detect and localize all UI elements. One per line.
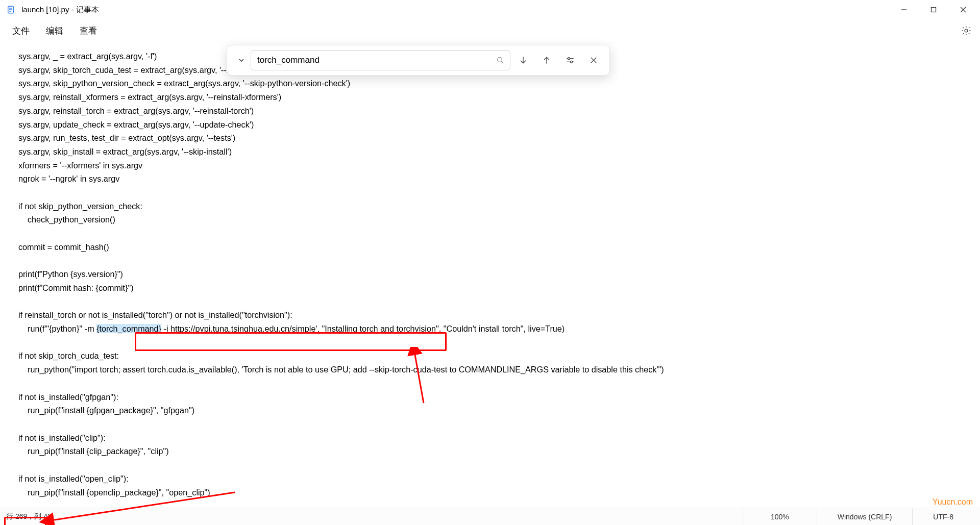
find-input-wrapper [251,50,510,70]
close-button[interactable] [948,0,978,19]
editor-area[interactable]: sys.argv, _ = extract_arg(sys.argv, '-f'… [0,42,980,508]
svg-point-16 [571,61,573,63]
code-line: check_python_version() [18,215,115,224]
code-line: run_pip(f"install {gfpgan_package}", "gf… [18,406,194,415]
status-bar: 行 269，列 43 100% Windows (CRLF) UTF-8 [0,508,980,525]
find-expand-button[interactable] [234,53,249,67]
title-bar: launch [10].py - 记事本 [0,0,980,19]
window-controls [889,0,978,19]
code-line: print(f"Python {sys.version}") [18,269,123,279]
code-line: if not is_installed("clip"): [18,433,106,442]
watermark: Yuucn.com [933,497,973,507]
menu-bar: 文件 编辑 查看 [0,19,980,42]
code-line: sys.argv, run_tests, test_dir = extract_… [18,133,235,142]
code-line: run(f'"{python}" -m [18,324,96,333]
encoding[interactable]: UTF-8 [912,508,974,525]
minimize-button[interactable] [889,0,919,19]
line-ending[interactable]: Windows (CRLF) [817,508,913,525]
code-line: if not skip_torch_cuda_test: [18,351,119,360]
code-line: if not is_installed("gfpgan"): [18,392,118,402]
cursor-position: 行 269，列 43 [6,512,52,521]
find-close-button[interactable] [583,49,604,71]
code-line: sys.argv, skip_python_version_check = ex… [18,79,350,88]
code-line: sys.argv, reinstall_torch = extract_arg(… [18,106,254,115]
code-line: if not is_installed("open_clip"): [18,474,129,483]
code-line: run_pip(f"install {openclip_package}", "… [18,488,210,497]
code-line: if reinstall_torch or not is_installed("… [18,310,292,319]
code-line: commit = commit_hash() [18,242,109,252]
search-icon [495,55,506,66]
find-bar [227,45,610,76]
code-line: xformers = '--xformers' in sys.argv [18,161,142,170]
window-title: launch [10].py - 记事本 [21,5,99,15]
svg-point-9 [497,57,502,62]
code-text[interactable]: sys.argv, _ = extract_arg(sys.argv, '-f'… [0,42,980,499]
app-icon [6,5,15,14]
svg-point-8 [965,29,968,32]
code-line: ngrok = '--ngrok' in sys.argv [18,174,119,183]
find-previous-button[interactable] [536,49,557,71]
code-line: if not skip_python_version_check: [18,202,142,211]
svg-rect-5 [932,8,936,12]
code-line: print(f"Commit hash: {commit}") [18,283,134,292]
menu-view[interactable]: 查看 [71,22,105,40]
zoom-level[interactable]: 100% [743,508,817,525]
code-line: -i https://pypi.tuna.tsinghua.edu.cn/sim… [161,324,565,333]
find-next-button[interactable] [512,49,534,71]
search-highlight: {torch_command} [96,324,161,333]
code-line: sys.argv, reinstall_xformers = extract_a… [18,92,281,102]
code-line: sys.argv, skip_install = extract_arg(sys… [18,147,232,156]
find-options-button[interactable] [559,49,581,71]
menu-file[interactable]: 文件 [4,22,38,40]
svg-point-14 [568,58,570,60]
settings-button[interactable] [957,21,976,40]
code-line: run_python("import torch; assert torch.c… [18,365,664,374]
maximize-button[interactable] [919,0,948,19]
code-line: sys.argv, update_check = extract_arg(sys… [18,120,254,129]
find-input[interactable] [257,55,495,65]
code-line: run_pip(f"install {clip_package}", "clip… [18,446,169,456]
svg-line-10 [501,61,503,63]
menu-edit[interactable]: 编辑 [38,22,71,40]
code-line: sys.argv, _ = extract_arg(sys.argv, '-f'… [18,52,157,61]
